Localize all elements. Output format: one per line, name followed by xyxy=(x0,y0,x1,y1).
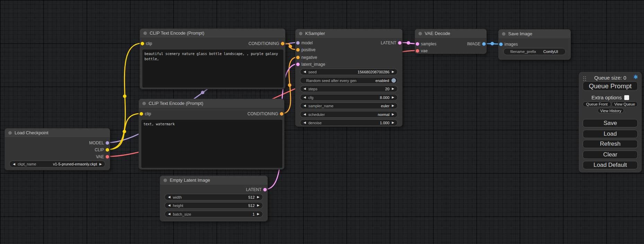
random-seed-widget[interactable]: Random seed after every gen enabled xyxy=(300,77,398,84)
output-label: IMAGE xyxy=(467,41,480,47)
widget-label: sampler_name xyxy=(308,104,334,108)
node-title-bar[interactable]: KSampler xyxy=(295,29,402,38)
denoise-widget[interactable]: ◀ denoise 1.000 ▶ xyxy=(300,119,398,126)
node-empty-latent-image[interactable]: Empty Latent Image LATENT ◀ width 512 ▶ … xyxy=(160,175,268,222)
positive-input-port[interactable] xyxy=(296,48,300,52)
seed-widget[interactable]: ◀ seed 156680208700286 ▶ xyxy=(300,69,398,75)
decrement-arrow-icon[interactable]: ◀ xyxy=(303,104,306,107)
decrement-arrow-icon[interactable]: ◀ xyxy=(13,163,15,166)
node-title: CLIP Text Encode (Prompt) xyxy=(150,29,204,38)
latent-image-input-port[interactable] xyxy=(296,63,300,66)
collapse-dot-icon[interactable] xyxy=(143,31,147,35)
widget-label: Random seed after every gen xyxy=(306,79,356,83)
widget-label: ckpt_name xyxy=(18,162,36,166)
load-button[interactable]: Load xyxy=(583,130,638,138)
refresh-button[interactable]: Refresh xyxy=(583,140,638,148)
queue-front-button[interactable]: Queue Front xyxy=(583,101,611,107)
widget-label: cfg xyxy=(308,96,314,100)
increment-arrow-icon[interactable]: ▶ xyxy=(99,163,102,166)
view-history-button[interactable]: View History xyxy=(598,108,624,113)
widget-value: 8.000 xyxy=(380,96,390,100)
node-title-bar[interactable]: Empty Latent Image xyxy=(160,176,267,185)
sampler-name-widget[interactable]: ◀ sampler_name euler ▶ xyxy=(300,102,398,109)
conditioning-output-port[interactable] xyxy=(281,42,284,45)
latent-output-port[interactable] xyxy=(398,41,402,45)
node-clip-text-encode-negative[interactable]: CLIP Text Encode (Prompt) clip CONDITION… xyxy=(139,99,284,170)
conditioning-output-port[interactable] xyxy=(280,112,283,116)
collapse-dot-icon[interactable] xyxy=(418,32,422,35)
output-label: VAE xyxy=(96,154,104,160)
collapse-dot-icon[interactable] xyxy=(502,32,505,36)
node-title-bar[interactable]: Load Checkpoint xyxy=(5,128,110,138)
collapse-dot-icon[interactable] xyxy=(8,131,12,135)
decrement-arrow-icon[interactable]: ◀ xyxy=(303,87,306,90)
save-button[interactable]: Save xyxy=(583,119,638,127)
widget-label: scheduler xyxy=(308,112,325,117)
node-vae-decode[interactable]: VAE Decode samples IMAGE vae xyxy=(415,29,487,54)
ckpt-name-widget[interactable]: ◀ ckpt_name v1-5-pruned-emaonly.ckpt ▶ xyxy=(9,161,105,168)
extra-options-checkbox[interactable] xyxy=(624,95,629,100)
image-output-port[interactable] xyxy=(482,42,486,46)
decrement-arrow-icon[interactable]: ◀ xyxy=(168,213,170,216)
node-title-bar[interactable]: CLIP Text Encode (Prompt) xyxy=(140,29,285,38)
decrement-arrow-icon[interactable]: ◀ xyxy=(303,96,306,99)
collapse-dot-icon[interactable] xyxy=(164,179,167,182)
increment-arrow-icon[interactable]: ▶ xyxy=(392,113,394,116)
clear-button[interactable]: Clear xyxy=(583,151,638,159)
batch-size-widget[interactable]: ◀ batch_size 1 ▶ xyxy=(165,211,263,217)
node-save-image[interactable]: Save Image images filename_prefix ComfyU… xyxy=(498,29,571,60)
negative-prompt-textarea[interactable]: text, watermark xyxy=(141,120,282,168)
gear-icon[interactable]: ✱ xyxy=(634,74,638,80)
height-widget[interactable]: ◀ height 512 ▶ xyxy=(165,202,263,209)
clip-output-port[interactable] xyxy=(106,148,109,152)
view-queue-button[interactable]: View Queue xyxy=(611,101,638,107)
graph-canvas[interactable]: Load Checkpoint MODEL CLIP VAE ◀ ckpt_na… xyxy=(0,0,644,244)
load-default-button[interactable]: Load Default xyxy=(583,161,638,169)
vae-input-port[interactable] xyxy=(416,49,419,53)
toggle-circle-icon[interactable] xyxy=(391,78,396,83)
widget-label: seed xyxy=(308,70,317,74)
output-label: CONDITIONING xyxy=(247,111,278,117)
increment-arrow-icon[interactable]: ▶ xyxy=(257,204,259,207)
images-input-port[interactable] xyxy=(499,43,503,46)
latent-output-port[interactable] xyxy=(263,188,267,191)
node-ksampler[interactable]: KSampler model LATENT positive negative … xyxy=(295,29,403,127)
input-label: latent_image xyxy=(301,62,325,67)
node-clip-text-encode-positive[interactable]: CLIP Text Encode (Prompt) clip CONDITION… xyxy=(140,28,285,89)
increment-arrow-icon[interactable]: ▶ xyxy=(392,87,394,90)
steps-widget[interactable]: ◀ steps 20 ▶ xyxy=(300,85,398,92)
vae-output-port[interactable] xyxy=(106,155,109,159)
decrement-arrow-icon[interactable]: ◀ xyxy=(168,196,170,199)
model-output-port[interactable] xyxy=(106,141,109,145)
collapse-dot-icon[interactable] xyxy=(142,102,146,105)
scheduler-widget[interactable]: ◀ scheduler normal ▶ xyxy=(300,111,398,118)
widget-label: steps xyxy=(308,87,317,91)
node-title-bar[interactable]: VAE Decode xyxy=(415,29,486,38)
positive-prompt-textarea[interactable]: beautiful scenery nature glass bottle la… xyxy=(142,49,283,88)
decrement-arrow-icon[interactable]: ◀ xyxy=(303,121,306,124)
node-title: KSampler xyxy=(305,29,325,38)
increment-arrow-icon[interactable]: ▶ xyxy=(392,121,394,124)
increment-arrow-icon[interactable]: ▶ xyxy=(392,96,394,99)
link-dot xyxy=(491,42,494,45)
collapse-dot-icon[interactable] xyxy=(299,32,302,35)
node-title-bar[interactable]: Save Image xyxy=(499,29,571,39)
decrement-arrow-icon[interactable]: ◀ xyxy=(168,204,170,207)
increment-arrow-icon[interactable]: ▶ xyxy=(392,70,394,73)
cfg-widget[interactable]: ◀ cfg 8.000 ▶ xyxy=(300,94,398,101)
queue-prompt-button[interactable]: Queue Prompt xyxy=(583,81,638,91)
decrement-arrow-icon[interactable]: ◀ xyxy=(303,70,306,73)
node-title: Load Checkpoint xyxy=(15,128,48,137)
node-title-bar[interactable]: CLIP Text Encode (Prompt) xyxy=(139,99,284,108)
decrement-arrow-icon[interactable]: ◀ xyxy=(303,113,306,116)
width-widget[interactable]: ◀ width 512 ▶ xyxy=(165,194,263,200)
filename-prefix-widget[interactable]: filename_prefix ComfyUI xyxy=(503,48,566,55)
negative-input-port[interactable] xyxy=(296,56,300,59)
widget-label: height xyxy=(173,204,183,208)
output-label: MODEL xyxy=(89,140,104,146)
increment-arrow-icon[interactable]: ▶ xyxy=(392,104,394,107)
increment-arrow-icon[interactable]: ▶ xyxy=(257,213,259,216)
increment-arrow-icon[interactable]: ▶ xyxy=(257,196,259,199)
node-load-checkpoint[interactable]: Load Checkpoint MODEL CLIP VAE ◀ ckpt_na… xyxy=(5,128,110,170)
input-label: positive xyxy=(301,47,316,53)
